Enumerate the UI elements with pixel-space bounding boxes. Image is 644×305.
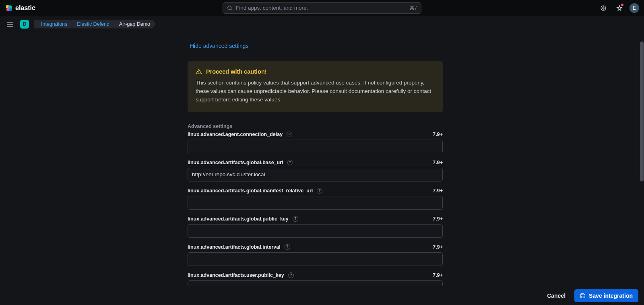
setting-field: linux.advanced.artifacts.user.public_key… (188, 272, 443, 286)
field-version: 7.9+ (433, 160, 443, 165)
svg-point-4 (228, 6, 231, 9)
callout-title: Proceed with caution! (206, 68, 267, 75)
setting-field: linux.advanced.artifacts.global.interval… (188, 244, 443, 266)
search-placeholder: Find apps, content, and more. (236, 5, 406, 11)
search-shortcut: ⌘/ (409, 5, 417, 11)
space-badge[interactable]: D (20, 20, 29, 29)
field-label: linux.advanced.artifacts.global.interval (188, 244, 281, 250)
help-tooltip-icon[interactable]: ? (285, 244, 290, 250)
avatar[interactable]: E (630, 3, 639, 13)
svg-point-7 (603, 7, 604, 9)
field-label: linux.advanced.agent.connection_delay (188, 132, 283, 137)
warning-icon (196, 68, 202, 75)
svg-point-16 (199, 73, 199, 73)
field-input[interactable] (188, 252, 443, 266)
notification-dot-icon (621, 4, 623, 6)
breadcrumb-current: Air-gap Demo (112, 20, 156, 29)
help-tooltip-icon[interactable]: ? (293, 216, 298, 222)
scrollbar-track[interactable] (640, 31, 644, 286)
field-version: 7.9+ (433, 188, 443, 194)
newsfeed-icon[interactable] (613, 2, 625, 14)
save-button[interactable]: Save integration (574, 289, 638, 302)
setting-field: linux.advanced.agent.connection_delay?7.… (188, 132, 443, 153)
field-label-row: linux.advanced.artifacts.global.manifest… (188, 188, 443, 194)
logo[interactable]: elastic (5, 4, 35, 12)
cancel-button[interactable]: Cancel (542, 289, 570, 302)
field-input[interactable] (188, 280, 443, 286)
section-label: Advanced settings (188, 124, 443, 129)
help-tooltip-icon[interactable]: ? (288, 272, 294, 278)
field-label-row: linux.advanced.agent.connection_delay?7.… (188, 132, 443, 137)
help-tooltip-icon[interactable]: ? (287, 132, 292, 137)
save-icon (580, 293, 586, 299)
svg-line-5 (231, 9, 233, 10)
svg-point-3 (9, 8, 12, 11)
field-label-row: linux.advanced.artifacts.global.interval… (188, 244, 443, 250)
field-label: linux.advanced.artifacts.global.base_url (188, 160, 283, 165)
main-content: Hide advanced settings Proceed with caut… (0, 32, 644, 286)
help-tooltip-icon[interactable]: ? (317, 188, 322, 194)
field-label-row: linux.advanced.artifacts.global.public_k… (188, 216, 443, 222)
app-header: elastic Find apps, content, and more. ⌘/ (0, 0, 644, 16)
avatar-letter: E (633, 5, 636, 11)
footer-bar: Cancel Save integration (0, 286, 644, 305)
settings-column: Hide advanced settings Proceed with caut… (188, 32, 443, 286)
field-label-row: linux.advanced.artifacts.user.public_key… (188, 272, 443, 278)
field-label: linux.advanced.artifacts.global.manifest… (188, 188, 313, 194)
setting-field: linux.advanced.artifacts.global.base_url… (188, 160, 443, 181)
field-input[interactable] (188, 168, 443, 181)
field-version: 7.9+ (433, 244, 443, 250)
help-tooltip-icon[interactable]: ? (287, 160, 293, 165)
advanced-settings-fields: linux.advanced.agent.connection_delay?7.… (188, 132, 443, 286)
callout-body: This section contains policy values that… (196, 79, 435, 104)
search-icon (227, 5, 233, 11)
breadcrumb-integrations[interactable]: Integrations (34, 20, 73, 29)
field-version: 7.9+ (433, 132, 443, 137)
save-button-label: Save integration (589, 293, 633, 299)
warning-callout: Proceed with caution! This section conta… (188, 61, 443, 112)
breadcrumbs: Integrations Elastic Defend Air-gap Demo (34, 20, 156, 29)
field-version: 7.9+ (433, 216, 443, 222)
field-label: linux.advanced.artifacts.global.public_k… (188, 216, 289, 222)
field-label-row: linux.advanced.artifacts.global.base_url… (188, 160, 443, 165)
logo-text: elastic (15, 4, 35, 12)
elastic-logo-icon (5, 4, 13, 12)
breadcrumb-bar: D Integrations Elastic Defend Air-gap De… (0, 16, 644, 32)
hide-advanced-toggle[interactable]: Hide advanced settings (190, 43, 443, 49)
nav-toggle-icon[interactable] (5, 19, 15, 29)
setting-field: linux.advanced.artifacts.global.manifest… (188, 188, 443, 210)
scrollbar-thumb[interactable] (640, 41, 644, 181)
global-search[interactable]: Find apps, content, and more. ⌘/ (223, 2, 421, 14)
field-version: 7.9+ (433, 272, 443, 278)
breadcrumb-elastic-defend[interactable]: Elastic Defend (70, 20, 115, 29)
field-input[interactable] (188, 196, 443, 210)
field-input[interactable] (188, 224, 443, 238)
field-label: linux.advanced.artifacts.user.public_key (188, 272, 284, 278)
help-icon[interactable] (597, 2, 609, 14)
setting-field: linux.advanced.artifacts.global.public_k… (188, 216, 443, 238)
field-input[interactable] (188, 140, 443, 153)
header-right-icons: E (597, 2, 639, 14)
space-letter: D (23, 21, 27, 27)
